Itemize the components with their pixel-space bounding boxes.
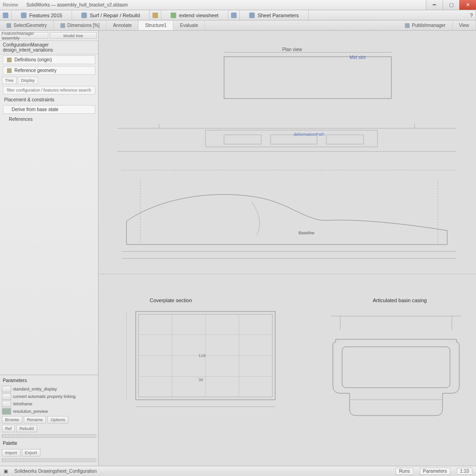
btn-options[interactable]: Options [47, 416, 68, 423]
folder-icon [7, 58, 12, 62]
minimize-button[interactable]: ━ [426, 0, 443, 10]
tab-features[interactable]: Features 2015 [12, 10, 72, 20]
coverplate-drawing: 118 36 [126, 307, 284, 409]
cube-icon [21, 13, 26, 18]
view-icon [171, 13, 176, 18]
palette-title: Palette [2, 440, 96, 448]
tree-label: Reference geometry [14, 68, 57, 73]
btn-export[interactable]: Export [22, 449, 40, 456]
quality-slider[interactable] [2, 434, 96, 438]
deformation-label: deformationPath [294, 132, 324, 137]
tab-gl[interactable] [228, 10, 240, 20]
svg-rect-5 [224, 135, 261, 144]
tab-view[interactable]: extend viewsheet [161, 10, 228, 20]
swatch-icon [2, 393, 11, 400]
surface-icon [81, 13, 87, 18]
cmd-dimensions[interactable]: Dimensions [%] [54, 20, 106, 30]
tab-label: Surf / Repair / Rebuild [90, 13, 140, 18]
status-parameters[interactable]: Parameters [420, 468, 450, 475]
btn-browse[interactable]: Browse [2, 416, 22, 423]
svg-rect-1 [224, 57, 391, 99]
tab-sheet[interactable]: Sheet Parameters [240, 10, 309, 20]
plan-view-drawing [215, 52, 401, 108]
tree-search-input[interactable] [7, 88, 91, 93]
plan-view-title: Plan view [282, 47, 302, 52]
help-button[interactable]: ? [467, 10, 476, 20]
btn-ref[interactable]: Ref [2, 425, 15, 432]
prop-row[interactable]: resolution_preview [2, 408, 96, 415]
btn-rename[interactable]: Rename [24, 416, 46, 423]
cmd-label: Publishmanager [412, 23, 445, 28]
app-name: Review [3, 2, 18, 7]
svg-rect-4 [205, 130, 377, 147]
cursor-icon [7, 23, 11, 28]
tree-item-refgeom[interactable]: Reference geometry [3, 66, 95, 75]
tree-tab-tree[interactable]: Tree [2, 77, 17, 84]
cmd-select[interactable]: SelectGeometry [0, 20, 54, 30]
prop-row[interactable]: Wireframe [2, 401, 96, 407]
command-toolbar: SelectGeometry Dimensions [%] Annotate S… [0, 20, 476, 31]
profile-drawing [122, 165, 456, 268]
tree-item-references[interactable]: References [0, 115, 98, 124]
cmd-annotate[interactable]: Annotate [106, 20, 139, 30]
tree-tab-display[interactable]: Display [18, 77, 38, 84]
side-panel: Feature/Manager assembly Model tree Conf… [0, 31, 99, 466]
swatch-icon [2, 386, 11, 392]
cmd-publish[interactable]: Publishmanager [398, 20, 452, 30]
btn-import[interactable]: Import [2, 449, 20, 456]
cmd-label: Dimensions [%] [67, 23, 99, 28]
elevation-drawing [117, 119, 456, 156]
status-bar: ▣ Solidworks Drawingsheet_Configuration … [0, 466, 476, 476]
swatch-icon [2, 408, 11, 415]
zoom-slider[interactable] [2, 458, 96, 462]
side-header: ConfigurationManager design_intent_varia… [0, 41, 98, 54]
maximize-button[interactable]: ▢ [443, 0, 459, 10]
side-btn-featuremgr[interactable]: Feature/Manager assembly [1, 32, 48, 39]
cmd-label: Annotate [113, 23, 132, 28]
cmd-evaluate[interactable]: Evaluate [173, 20, 205, 30]
status-doc: Solidworks Drawingsheet_Configuration [14, 469, 97, 474]
tree-item-definitions[interactable]: Definitions (origin) [3, 55, 95, 64]
tab-label: Sheet Parameters [258, 13, 299, 18]
side-btn-modeltree[interactable]: Model tree [50, 32, 97, 39]
tab-more[interactable] [150, 10, 161, 20]
tab-label: extend viewsheet [179, 13, 218, 18]
tree-item-derive[interactable]: Derive from base state [3, 105, 95, 114]
prop-row[interactable]: standard_entity_display [2, 386, 96, 392]
svg-rect-29 [342, 347, 450, 388]
dim-text: 118 [198, 353, 205, 358]
prop-row[interactable]: convert automatic property linking [2, 393, 96, 400]
titlebar: Review SolidWorks — assembly_hull_bracke… [0, 0, 476, 10]
svg-text:36: 36 [198, 377, 203, 382]
status-scale[interactable]: 1:10 [457, 468, 472, 475]
tree-search[interactable] [3, 86, 95, 94]
tab-label: Features 2015 [29, 13, 62, 18]
tree-label: Definitions (origin) [14, 57, 52, 62]
drawing-canvas[interactable]: Plan view Mid slot deformationPath [99, 31, 476, 466]
basin-drawing [326, 311, 466, 423]
tab-surface[interactable]: Surf / Repair / Rebuild [72, 10, 150, 20]
close-button[interactable]: ✕ [459, 0, 476, 10]
cmd-label: SelectGeometry [13, 23, 47, 28]
properties-title: Parameters [2, 377, 96, 385]
window-controls: ━ ▢ ✕ [426, 0, 476, 10]
cmd-structure[interactable]: Structure1 [139, 20, 173, 30]
prop-label: resolution_preview [13, 409, 96, 414]
cmd-label: Structure1 [145, 23, 166, 28]
file-menu-button[interactable] [0, 10, 12, 20]
status-runs[interactable]: Runs [396, 468, 413, 475]
tree-tab-strip: Tree Display [0, 76, 98, 85]
prop-label: convert automatic property linking [13, 394, 96, 399]
properties-panel: Parameters standard_entity_display conve… [0, 375, 98, 466]
sheet-icon [249, 13, 255, 18]
side-toolbar: Feature/Manager assembly Model tree [0, 31, 98, 41]
prop-label: standard_entity_display [13, 387, 96, 391]
file-icon [3, 13, 8, 18]
btn-rebuild[interactable]: Rebuild [16, 425, 37, 432]
section1-title: Coverplate section [150, 298, 192, 303]
tree-section-constraints[interactable]: Placement & constraints [0, 95, 98, 104]
swatch-icon [2, 401, 11, 407]
dimension-icon [60, 23, 65, 28]
dropdown-icon [152, 13, 158, 18]
cmd-view[interactable]: View [453, 20, 476, 30]
